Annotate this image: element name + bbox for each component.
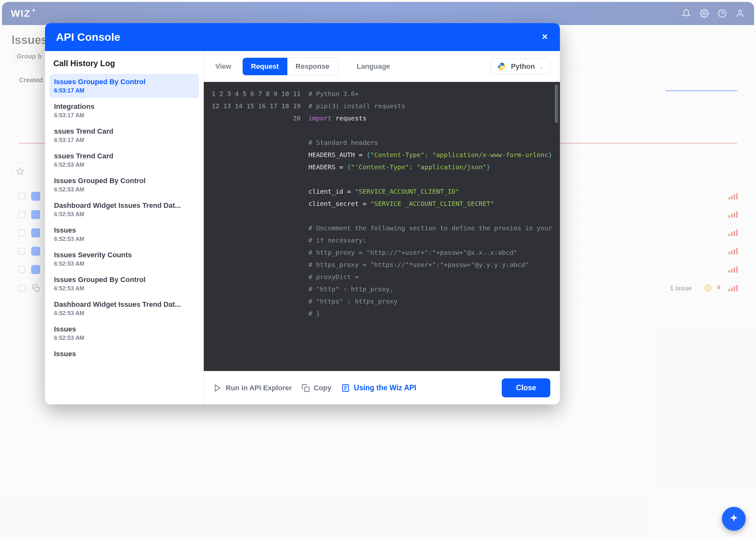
play-icon [213, 384, 222, 392]
history-item-time: 6:52:53 AM [54, 211, 195, 218]
close-button[interactable]: Close [502, 378, 550, 397]
history-item-time: 6:52:53 AM [54, 335, 195, 342]
history-item[interactable]: Issues Grouped By Control 6:52:53 AM [49, 173, 199, 197]
response-tab[interactable]: Response [287, 58, 338, 75]
history-title: Call History Log [49, 59, 199, 74]
history-item-time: 6:53:17 AM [54, 112, 195, 119]
history-item[interactable]: Issues [49, 346, 199, 363]
history-item-name: Dashboard Widget Issues Trend Dat... [54, 300, 195, 309]
run-label: Run in API Explorer [226, 384, 292, 392]
history-item[interactable]: Dashboard Widget Issues Trend Dat... 6:5… [49, 296, 199, 321]
run-api-explorer-button[interactable]: Run in API Explorer [213, 384, 292, 392]
history-item-name: Issues Grouped By Control [54, 177, 195, 185]
copy-label: Copy [314, 384, 331, 392]
call-history-pane: Call History Log Issues Grouped By Contr… [45, 51, 204, 404]
history-item-name: Integrations [54, 103, 195, 111]
chevron-down-icon: ⌄ [539, 64, 544, 70]
code-toolbar: View Request Response Language Python ⌄ [204, 51, 560, 82]
history-item-name: Issues [54, 226, 195, 235]
language-value: Python [511, 62, 535, 71]
code-editor[interactable]: 1 2 3 4 5 6 7 8 9 10 11 12 13 14 15 16 1… [204, 82, 560, 371]
svg-marker-6 [215, 385, 220, 391]
view-tab[interactable]: View [213, 59, 233, 74]
modal-title: API Console [56, 31, 120, 43]
history-item[interactable]: Issues 6:52:53 AM [49, 222, 199, 246]
python-icon [497, 62, 506, 71]
api-console-modal: API Console Call History Log Issues Grou… [45, 23, 560, 404]
history-item-name: Issues Grouped By Control [54, 275, 195, 284]
history-item-name: Issues Grouped By Control [54, 78, 195, 86]
history-item[interactable]: Dashboard Widget Issues Trend Dat... 6:5… [49, 197, 199, 222]
history-item[interactable]: Issues Grouped By Control 6:53:17 AM [49, 74, 199, 98]
docs-label: Using the Wiz API [354, 384, 416, 392]
history-item[interactable]: Issues Grouped By Control 6:52:53 AM [49, 272, 199, 296]
svg-rect-7 [305, 387, 309, 391]
request-tab[interactable]: Request [243, 58, 287, 75]
history-item-time: 6:53:17 AM [54, 137, 195, 144]
history-item-time: 6:52:53 AM [54, 186, 195, 193]
history-item-name: Issues Severity Counts [54, 251, 195, 259]
history-item-name: ssues Trend Card [54, 152, 195, 160]
language-label: Language [357, 62, 390, 71]
history-item[interactable]: ssues Trend Card 6:53:17 AM [49, 123, 199, 147]
history-item-time: 6:52:53 AM [54, 285, 195, 292]
sparkle-icon [728, 513, 740, 524]
code-content: # Python 3.6+ # pip(3) install requests … [305, 82, 560, 371]
history-item-name: Dashboard Widget Issues Trend Dat... [54, 201, 195, 210]
history-item[interactable]: Issues Severity Counts 6:52:53 AM [49, 247, 199, 271]
docs-link[interactable]: Using the Wiz API [341, 384, 416, 393]
history-item-time: 6:52:53 AM [54, 261, 195, 267]
history-item-time: 6:52:53 AM [54, 310, 195, 317]
history-item[interactable]: Issues 6:52:53 AM [49, 321, 199, 345]
document-icon [341, 384, 350, 393]
copy-icon [301, 384, 310, 392]
request-response-segment: Request Response [242, 57, 338, 75]
history-item-time: 6:52:53 AM [54, 162, 195, 168]
history-item-time: 6:52:53 AM [54, 236, 195, 243]
history-item-time: 6:53:17 AM [54, 87, 195, 94]
history-item-name: Issues [54, 350, 195, 358]
scrollbar-thumb[interactable] [555, 85, 558, 123]
modal-header: API Console [45, 23, 560, 51]
line-gutter: 1 2 3 4 5 6 7 8 9 10 11 12 13 14 15 16 1… [204, 82, 305, 371]
history-item[interactable]: Integrations 6:53:17 AM [49, 99, 199, 123]
close-icon[interactable] [541, 31, 549, 43]
history-item-name: ssues Trend Card [54, 127, 195, 135]
language-dropdown[interactable]: Python ⌄ [490, 58, 550, 75]
modal-footer: Run in API Explorer Copy Using the Wiz A… [204, 371, 560, 404]
assistant-fab[interactable] [722, 507, 746, 531]
history-item-name: Issues [54, 325, 195, 334]
copy-button[interactable]: Copy [301, 384, 331, 392]
history-item[interactable]: ssues Trend Card 6:52:53 AM [49, 148, 199, 172]
